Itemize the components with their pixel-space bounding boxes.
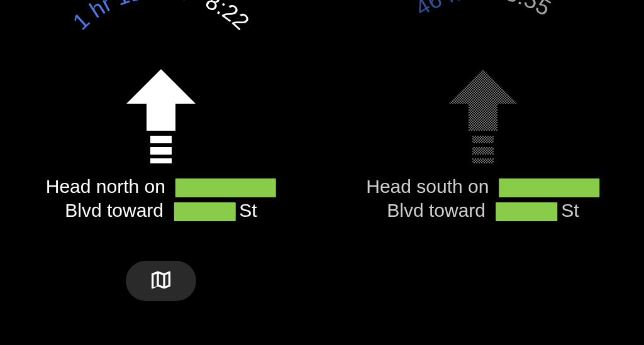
arrival-time-text: 8:22: [202, 0, 254, 35]
instruction-line2-suffix: St: [561, 200, 579, 221]
instruction-line1-prefix: Head north on: [46, 176, 170, 197]
instruction-line1-prefix: Head south on: [366, 176, 494, 197]
duration-text: 1 hr 11 min: [68, 0, 190, 35]
svg-rect-12: [472, 158, 494, 163]
svg-rect-11: [472, 147, 494, 155]
direction-arrow-icon: [448, 69, 518, 163]
svg-text:46 min · 8:55: 46 min · 8:55: [411, 0, 555, 21]
redacted-toward-name: [496, 202, 557, 221]
redacted-road-name: [499, 178, 600, 197]
svg-text:1 hr 11 min · 8:22: 1 hr 11 min · 8:22: [68, 0, 255, 35]
redacted-road-name: [175, 178, 276, 197]
nav-panel-aod: 46 min · 8:55 Head south on Blvd toward …: [322, 0, 644, 345]
svg-rect-5: [150, 136, 172, 143]
svg-rect-10: [472, 136, 494, 143]
svg-rect-7: [150, 158, 172, 163]
instruction-line2-suffix: St: [239, 200, 257, 221]
instruction-text: Head south on Blvd toward St: [366, 175, 599, 222]
svg-marker-4: [126, 69, 196, 131]
svg-rect-6: [150, 147, 172, 155]
arrival-time-text: 8:55: [503, 0, 555, 21]
instruction-line2-prefix: Blvd toward: [387, 200, 491, 221]
redacted-toward-name: [174, 202, 235, 221]
duration-text: 46 min: [411, 0, 486, 21]
map-icon: [148, 268, 174, 293]
instruction-text: Head north on Blvd toward St: [46, 175, 276, 222]
svg-marker-9: [448, 69, 518, 131]
direction-arrow-icon: [126, 69, 196, 163]
nav-panel-active: 1 hr 11 min · 8:22 Head north on Blvd to…: [0, 0, 322, 345]
open-map-button[interactable]: [126, 261, 196, 301]
instruction-line2-prefix: Blvd toward: [65, 200, 169, 221]
